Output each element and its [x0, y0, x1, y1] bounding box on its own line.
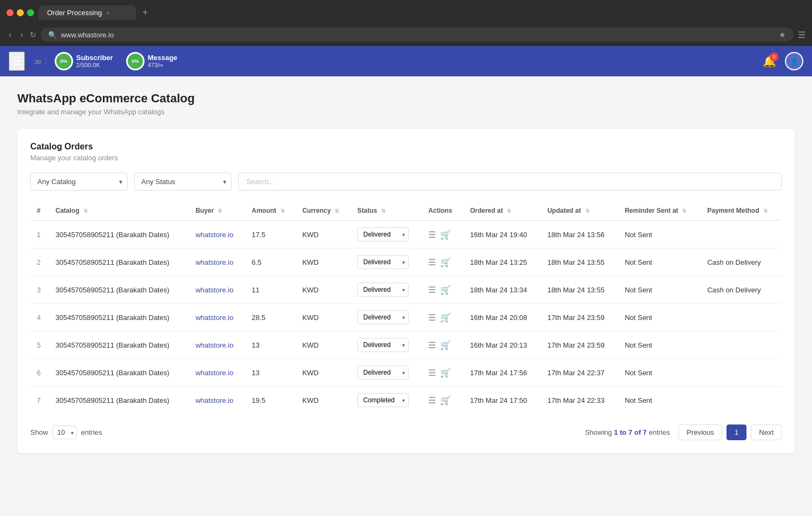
- status-dropdown[interactable]: Delivered Delivered Completed Pending Ca…: [357, 255, 409, 269]
- avatar[interactable]: 👤: [785, 52, 803, 70]
- status-dropdown[interactable]: Delivered Delivered Completed Pending Ca…: [357, 227, 409, 241]
- show-select[interactable]: 10 25 50: [53, 426, 77, 439]
- row-actions[interactable]: ☰ 🛒: [422, 220, 463, 249]
- buyer-link[interactable]: whatstore.io: [195, 369, 233, 377]
- row-num: 4: [30, 304, 49, 331]
- page-subtitle: Integrate and manage your WhatsApp catal…: [17, 108, 795, 116]
- cart-icon[interactable]: 🛒: [440, 396, 451, 405]
- cart-icon[interactable]: 🛒: [440, 230, 451, 239]
- status-select-wrapper: Delivered Delivered Completed Pending Ca…: [357, 310, 409, 324]
- browser-dots: [6, 9, 34, 16]
- row-actions[interactable]: ☰ 🛒: [422, 304, 463, 331]
- col-payment: Payment Method ⇅: [700, 201, 782, 220]
- buyer-link[interactable]: whatstore.io: [195, 286, 233, 294]
- row-buyer[interactable]: whatstore.io: [189, 276, 245, 304]
- list-icon[interactable]: ☰: [428, 230, 436, 239]
- subscriber-label: Subscriber 2/500.0K: [76, 54, 113, 69]
- row-status[interactable]: Delivered Delivered Completed Pending Ca…: [351, 276, 422, 304]
- row-buyer[interactable]: whatstore.io: [189, 220, 245, 249]
- status-dropdown[interactable]: Delivered Delivered Completed Pending Ca…: [357, 365, 409, 380]
- status-dropdown[interactable]: Completed Delivered Completed Pending Ca…: [357, 393, 409, 407]
- status-dropdown[interactable]: Delivered Delivered Completed Pending Ca…: [357, 283, 409, 297]
- list-icon[interactable]: ☰: [428, 285, 436, 295]
- hamburger-button[interactable]: ☰: [9, 51, 25, 71]
- status-dropdown[interactable]: Delivered Delivered Completed Pending Ca…: [357, 310, 409, 324]
- minimize-dot[interactable]: [17, 9, 24, 16]
- list-icon[interactable]: ☰: [428, 368, 436, 377]
- list-icon[interactable]: ☰: [428, 258, 436, 267]
- list-icon[interactable]: ☰: [428, 396, 436, 405]
- row-actions[interactable]: ☰ 🛒: [422, 387, 463, 414]
- cart-icon[interactable]: 🛒: [440, 285, 451, 295]
- list-icon[interactable]: ☰: [428, 341, 436, 350]
- row-status[interactable]: Completed Delivered Completed Pending Ca…: [351, 387, 422, 414]
- status-select-wrapper: Delivered Delivered Completed Pending Ca…: [357, 365, 409, 380]
- browser-menu-icon[interactable]: ☰: [798, 30, 806, 40]
- next-button[interactable]: Next: [751, 424, 782, 440]
- status-dropdown[interactable]: Delivered Delivered Completed Pending Ca…: [357, 338, 409, 352]
- buyer-link[interactable]: whatstore.io: [195, 231, 233, 239]
- show-select-wrapper: 10 25 50: [53, 426, 77, 439]
- buyer-link[interactable]: whatstore.io: [195, 313, 233, 322]
- status-filter[interactable]: Any Status: [134, 173, 232, 191]
- row-buyer[interactable]: whatstore.io: [189, 304, 245, 331]
- row-ordered-at: 18th Mar 24 13:25: [463, 249, 541, 276]
- status-select-wrapper: Delivered Delivered Completed Pending Ca…: [357, 338, 409, 352]
- close-icon[interactable]: ×: [106, 10, 109, 16]
- address-bar[interactable]: 🔍 www.whastore.io ★: [41, 28, 794, 42]
- sort-icon: ⇅: [763, 208, 768, 214]
- row-updated-at: 18th Mar 24 13:56: [541, 220, 618, 249]
- col-status: Status ⇅: [351, 201, 422, 220]
- cart-icon[interactable]: 🛒: [440, 313, 451, 322]
- row-amount: 6.5: [245, 249, 296, 276]
- maximize-dot[interactable]: [27, 9, 34, 16]
- sort-icon: ⇅: [507, 208, 511, 214]
- row-currency: KWD: [296, 331, 351, 359]
- cart-icon[interactable]: 🛒: [440, 368, 451, 377]
- page-1-button[interactable]: 1: [726, 424, 746, 440]
- row-status[interactable]: Delivered Delivered Completed Pending Ca…: [351, 249, 422, 276]
- row-actions[interactable]: ☰ 🛒: [422, 331, 463, 359]
- back-button[interactable]: ‹: [6, 29, 14, 41]
- row-actions[interactable]: ☰ 🛒: [422, 359, 463, 387]
- list-icon[interactable]: ☰: [428, 313, 436, 322]
- notification-badge: 0: [770, 53, 778, 61]
- cart-icon[interactable]: 🛒: [440, 258, 451, 267]
- cart-icon[interactable]: 🛒: [440, 341, 451, 350]
- browser-tab[interactable]: Order Processing ×: [38, 5, 136, 20]
- row-buyer[interactable]: whatstore.io: [189, 359, 245, 387]
- row-status[interactable]: Delivered Delivered Completed Pending Ca…: [351, 359, 422, 387]
- row-status[interactable]: Delivered Delivered Completed Pending Ca…: [351, 331, 422, 359]
- main-content: WhatsApp eCommerce Catalog Integrate and…: [0, 76, 812, 516]
- row-buyer[interactable]: whatstore.io: [189, 331, 245, 359]
- row-actions[interactable]: ☰ 🛒: [422, 276, 463, 304]
- row-amount: 28.5: [245, 304, 296, 331]
- row-status[interactable]: Delivered Delivered Completed Pending Ca…: [351, 220, 422, 249]
- new-tab-button[interactable]: +: [142, 7, 148, 18]
- forward-button[interactable]: ›: [18, 29, 25, 41]
- row-actions[interactable]: ☰ 🛒: [422, 249, 463, 276]
- bookmark-icon[interactable]: ★: [779, 30, 786, 39]
- close-dot[interactable]: [6, 9, 14, 16]
- notification-button[interactable]: 🔔 0: [763, 55, 776, 68]
- row-ordered-at: 17th Mar 24 17:50: [463, 387, 541, 414]
- row-buyer[interactable]: whatstore.io: [189, 387, 245, 414]
- browser-chrome: Order Processing × + ‹ › ↻ 🔍 www.whastor…: [0, 0, 812, 46]
- buyer-link[interactable]: whatstore.io: [195, 396, 233, 404]
- subscriber-circle: 0%: [55, 52, 73, 70]
- app-header: ☰ .io 0% Subscriber 2/500.0K 0% Message …: [0, 46, 812, 76]
- table-body: 1 305457058905211 (Barakath Dates) whats…: [30, 220, 782, 414]
- buyer-link[interactable]: whatstore.io: [195, 258, 233, 266]
- row-buyer[interactable]: whatstore.io: [189, 249, 245, 276]
- catalog-filter[interactable]: Any Catalog: [30, 173, 128, 191]
- row-catalog: 305457058905211 (Barakath Dates): [49, 249, 189, 276]
- row-num: 6: [30, 359, 49, 387]
- pagination-right: Showing 1 to 7 of 7 entries Previous 1 N…: [585, 424, 782, 440]
- row-status[interactable]: Delivered Delivered Completed Pending Ca…: [351, 304, 422, 331]
- row-num: 5: [30, 331, 49, 359]
- previous-button[interactable]: Previous: [678, 424, 722, 440]
- refresh-button[interactable]: ↻: [30, 30, 36, 39]
- search-input[interactable]: [238, 173, 782, 191]
- col-actions: Actions: [422, 201, 463, 220]
- buyer-link[interactable]: whatstore.io: [195, 341, 233, 349]
